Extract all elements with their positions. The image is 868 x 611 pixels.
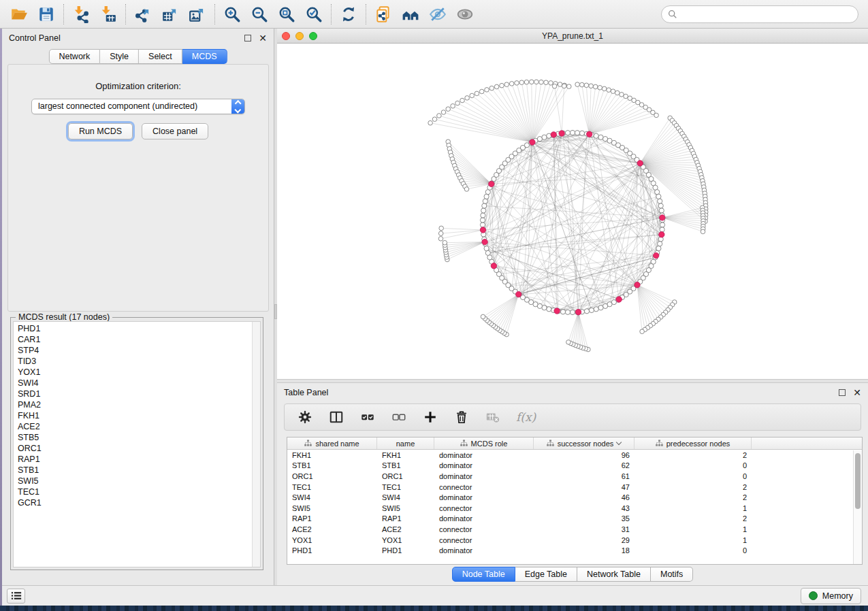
select-all-icon (360, 410, 375, 425)
cell-successor_nodes: 31 (534, 525, 634, 533)
column-header-name[interactable]: name (377, 437, 434, 449)
tab-network-table[interactable]: Network Table (577, 567, 651, 582)
tab-motifs[interactable]: Motifs (651, 567, 693, 582)
cell-predecessor_nodes: 2 (634, 493, 752, 501)
task-history-button[interactable] (7, 589, 25, 604)
memory-button[interactable]: Memory (801, 588, 861, 604)
search-input[interactable] (681, 10, 852, 19)
table-scrollbar[interactable] (853, 450, 862, 564)
result-node-item[interactable]: TID3 (18, 356, 252, 367)
save-session-button[interactable] (33, 3, 60, 26)
optimization-criterion-select[interactable]: largest connected component (undirected) (31, 99, 245, 114)
result-node-item[interactable]: STP4 (18, 345, 252, 356)
mcds-result-list: PHD1CAR1STP4TID3YOX1SWI4SRD1PMA2FKH1ACE2… (13, 321, 261, 567)
apply-layout-button[interactable] (335, 3, 362, 26)
tab-node-table[interactable]: Node Table (452, 567, 515, 582)
add-column-button[interactable] (422, 409, 438, 425)
first-neighbors-button[interactable] (397, 3, 424, 26)
tab-style[interactable]: Style (100, 49, 139, 64)
tab-edge-table[interactable]: Edge Table (515, 567, 577, 582)
splitter-grip[interactable] (274, 304, 277, 319)
result-node-item[interactable]: SWI4 (18, 378, 252, 389)
result-node-item[interactable]: PHD1 (18, 323, 252, 334)
zoom-in-button[interactable] (219, 3, 246, 26)
run-mcds-button[interactable]: Run MCDS (68, 123, 133, 139)
result-node-item[interactable]: STB5 (18, 432, 252, 443)
network-window-titlebar[interactable]: YPA_prune.txt_1 (277, 29, 868, 44)
column-header-shared-name[interactable]: shared name (287, 437, 377, 449)
mcds-result-scrollbar[interactable] (252, 322, 260, 567)
search-field[interactable] (661, 5, 858, 23)
export-network-button[interactable] (129, 3, 157, 26)
close-mcds-panel-button[interactable]: Close panel (142, 123, 208, 139)
vertical-splitter[interactable] (274, 29, 277, 585)
fx-icon: f(x) (516, 410, 536, 424)
table-row[interactable]: TEC1TEC1connector472 (287, 482, 862, 493)
result-node-item[interactable]: CAR1 (18, 334, 252, 345)
show-column-panel-button[interactable] (328, 409, 344, 425)
table-row[interactable]: ACE2ACE2connector311 (287, 524, 862, 535)
result-node-item[interactable]: PMA2 (18, 399, 252, 410)
select-all-button[interactable] (359, 409, 376, 425)
table-row[interactable]: ORC1ORC1dominator610 (287, 471, 862, 482)
cell-name: ACE2 (377, 525, 434, 533)
deselect-all-button[interactable] (391, 409, 407, 425)
open-session-button[interactable] (5, 3, 33, 26)
table-row[interactable]: STB1STB1dominator620 (287, 461, 862, 472)
export-table-button[interactable] (157, 3, 184, 26)
cell-mcds_role: dominator (434, 546, 534, 555)
export-image-button[interactable] (184, 3, 211, 26)
copy-network-icon (374, 5, 392, 23)
table-row[interactable]: SWI4SWI4dominator462 (287, 492, 862, 503)
result-node-item[interactable]: YOX1 (18, 367, 252, 378)
cell-shared_name: YOX1 (287, 536, 377, 544)
result-node-item[interactable]: TEC1 (18, 486, 252, 497)
delete-column-button[interactable] (453, 409, 470, 425)
zoom-fit-button[interactable] (273, 3, 300, 26)
hide-selected-eye-icon (429, 5, 447, 23)
result-node-item[interactable]: RAP1 (18, 454, 252, 465)
import-table-button[interactable] (95, 3, 122, 26)
result-node-item[interactable]: SWI5 (18, 476, 252, 486)
tab-network[interactable]: Network (48, 49, 100, 64)
toolbar-separator (125, 4, 126, 24)
result-node-item[interactable]: GCR1 (18, 497, 252, 508)
table-row[interactable]: FKH1FKH1dominator962 (287, 450, 862, 461)
float-panel-button[interactable] (244, 35, 251, 42)
tab-select[interactable]: Select (139, 49, 182, 64)
close-table-panel-button[interactable]: ✕ (853, 389, 861, 396)
network-canvas[interactable] (277, 44, 868, 379)
result-node-item[interactable]: STB1 (18, 465, 252, 476)
column-header-filler (752, 437, 862, 449)
main-toolbar (0, 0, 868, 29)
hide-selected-button[interactable] (424, 3, 451, 26)
column-header-predecessor-nodes[interactable]: predecessor nodes (634, 437, 752, 449)
zoom-out-button[interactable] (246, 3, 273, 26)
table-scrollbar-thumb[interactable] (855, 453, 861, 509)
cell-mcds_role: connector (434, 483, 534, 491)
import-network-button[interactable] (67, 3, 95, 26)
table-row[interactable]: YOX1YOX1connector291 (287, 535, 862, 546)
table-settings-button[interactable] (297, 409, 313, 425)
column-type-icon (656, 440, 663, 447)
zoom-fit-icon (278, 5, 295, 23)
control-panel-tabs: NetworkStyleSelectMCDS (48, 49, 227, 64)
result-node-item[interactable]: ORC1 (18, 443, 252, 454)
column-header-successor-nodes[interactable]: successor nodes (534, 437, 634, 449)
copy-network-button[interactable] (370, 3, 397, 26)
cell-predecessor_nodes: 0 (634, 546, 752, 555)
close-panel-button[interactable]: ✕ (259, 35, 267, 42)
first-neighbors-icon (402, 5, 419, 23)
float-table-panel-button[interactable] (839, 389, 846, 396)
show-all-button[interactable] (451, 3, 479, 26)
column-header-label: name (396, 440, 415, 448)
table-row[interactable]: SWI5SWI5connector431 (287, 503, 862, 514)
table-row[interactable]: RAP1RAP1dominator352 (287, 514, 862, 525)
result-node-item[interactable]: SRD1 (18, 389, 252, 399)
column-header-MCDS-role[interactable]: MCDS role (434, 437, 534, 449)
zoom-selected-button[interactable] (300, 3, 327, 26)
tab-mcds[interactable]: MCDS (182, 49, 227, 64)
table-row[interactable]: PHD1PHD1dominator180 (287, 545, 862, 556)
result-node-item[interactable]: ACE2 (18, 421, 252, 432)
result-node-item[interactable]: FKH1 (18, 410, 252, 421)
